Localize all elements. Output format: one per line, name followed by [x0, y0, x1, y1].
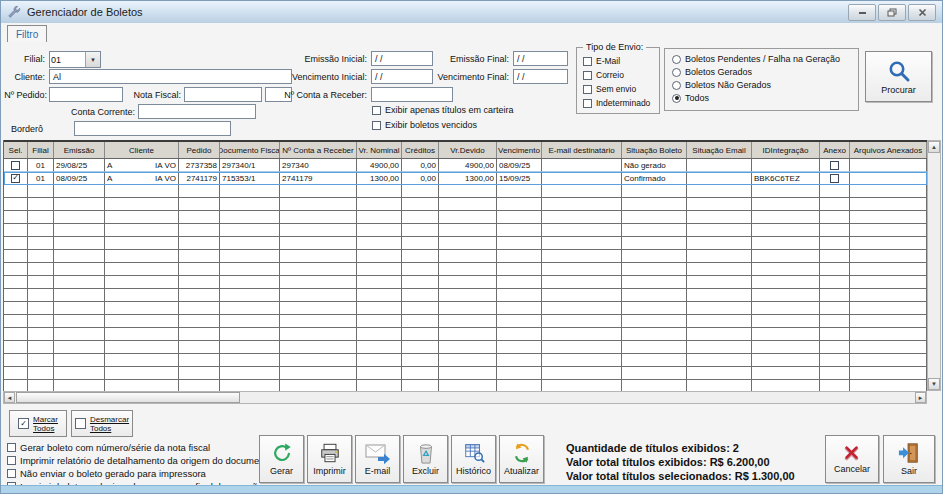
- unchecked-checkbox-icon[interactable]: [11, 161, 20, 170]
- emissao-final-input[interactable]: / /: [513, 51, 568, 66]
- cell[interactable]: [4, 159, 28, 172]
- cell: [622, 341, 687, 354]
- cliente-text-right: IA VO: [155, 161, 176, 170]
- tipo-envio-email-checkbox[interactable]: E-Mail: [583, 56, 620, 66]
- column-header[interactable]: Créditos: [402, 142, 439, 158]
- radio-icon[interactable]: [672, 81, 681, 90]
- excluir-button[interactable]: Excluir: [403, 435, 448, 483]
- column-header[interactable]: Pedido: [179, 142, 220, 158]
- column-header[interactable]: Filial: [28, 142, 54, 158]
- checkbox-icon[interactable]: [7, 443, 16, 452]
- vertical-scrollbar[interactable]: ▲ ▼: [927, 140, 941, 391]
- column-header[interactable]: Arquivos Anexados: [850, 142, 927, 158]
- option-nao-enviar-impressora-checkbox[interactable]: Não enviar o boleto gerado para impresso…: [7, 468, 206, 479]
- filial-select[interactable]: 01 ▼: [49, 51, 101, 68]
- cell: [497, 224, 542, 237]
- column-header[interactable]: Sel.: [4, 142, 28, 158]
- checkbox-icon[interactable]: [7, 469, 16, 478]
- vencimento-final-input[interactable]: / /: [513, 69, 568, 84]
- radio-boletos-nao-gerados[interactable]: Boletos Não Gerados: [672, 80, 771, 90]
- column-header[interactable]: Vr.Devido: [439, 142, 497, 158]
- restore-button[interactable]: [878, 4, 906, 21]
- email-button[interactable]: E-mail: [355, 435, 400, 483]
- radio-icon[interactable]: [672, 55, 681, 64]
- checkbox-icon[interactable]: [583, 71, 592, 80]
- exibir-vencidos-checkbox[interactable]: Exibir boletos vencidos: [372, 120, 477, 130]
- cell: [850, 250, 927, 263]
- cell: 0,00: [402, 172, 439, 185]
- cell: [687, 315, 752, 328]
- table-row[interactable]: ✓0108/09/25AIA VO2741179715353/127411791…: [4, 172, 927, 185]
- scroll-down-icon[interactable]: ▼: [928, 378, 940, 390]
- column-header[interactable]: IDIntegração: [752, 142, 820, 158]
- cancelar-button[interactable]: Cancelar: [825, 435, 879, 483]
- imprimir-button[interactable]: Imprimir: [307, 435, 352, 483]
- procurar-button[interactable]: Procurar: [865, 51, 932, 102]
- gerar-button[interactable]: Gerar: [259, 435, 304, 483]
- cliente-input[interactable]: Al: [49, 69, 292, 84]
- checkbox-icon[interactable]: [372, 121, 381, 130]
- exibir-carteira-checkbox[interactable]: Exibir apenas títulos em carteira: [372, 105, 514, 115]
- checkbox-icon[interactable]: [583, 99, 592, 108]
- emissao-inicial-input[interactable]: / /: [371, 51, 433, 66]
- checkbox-icon[interactable]: [372, 106, 381, 115]
- cell: [105, 263, 179, 276]
- table-row[interactable]: 0129/08/25AIA VO2737358297340/1297340490…: [4, 159, 927, 172]
- scroll-left-icon[interactable]: ◄: [4, 392, 15, 403]
- column-header[interactable]: E-mail destinatário: [542, 142, 622, 158]
- sair-button[interactable]: Sair: [883, 435, 935, 483]
- option-imprimir-relatorio-checkbox[interactable]: Imprimir relatório de detalhamento da or…: [7, 455, 272, 466]
- cell[interactable]: ✓: [4, 172, 28, 185]
- checkbox-icon[interactable]: [7, 456, 16, 465]
- nota-fiscal-input[interactable]: [184, 87, 262, 102]
- marcar-todos-button[interactable]: ✓ Marcar Todos: [9, 410, 67, 437]
- conta-receber-input[interactable]: [371, 87, 453, 102]
- cell: [439, 224, 497, 237]
- conta-corrente-input[interactable]: [138, 104, 256, 119]
- radio-selected-icon[interactable]: [672, 94, 681, 103]
- chevron-down-icon[interactable]: ▼: [85, 52, 100, 67]
- historico-button[interactable]: Histórico: [451, 435, 496, 483]
- radio-todos[interactable]: Todos: [672, 93, 709, 103]
- scroll-up-icon[interactable]: ▲: [928, 141, 940, 153]
- pedido-input[interactable]: [49, 87, 123, 102]
- column-header[interactable]: Vr. Nominal: [357, 142, 402, 158]
- boleto-status-group: Boletos Pendentes / Falha na Geração Bol…: [664, 48, 859, 111]
- column-header[interactable]: Nº Conta a Receber: [280, 142, 357, 158]
- column-header[interactable]: Documento Fiscal: [220, 142, 280, 158]
- scroll-right-icon[interactable]: ►: [915, 392, 926, 403]
- vencimento-inicial-input[interactable]: / /: [371, 69, 433, 84]
- unchecked-checkbox-icon[interactable]: [830, 174, 839, 183]
- table-empty-row: [4, 289, 927, 302]
- atualizar-button[interactable]: Atualizar: [499, 435, 544, 483]
- column-header[interactable]: Anexo: [820, 142, 850, 158]
- tipo-envio-indeterminado-checkbox[interactable]: Indeterminado: [583, 98, 650, 108]
- column-header[interactable]: Cliente: [105, 142, 179, 158]
- bordero-input[interactable]: [74, 121, 231, 136]
- checkbox-icon[interactable]: [583, 57, 592, 66]
- radio-boletos-pendentes[interactable]: Boletos Pendentes / Falha na Geração: [672, 54, 840, 64]
- minimize-button[interactable]: [848, 4, 876, 21]
- column-header[interactable]: Emissão: [54, 142, 105, 158]
- cell: [820, 328, 850, 341]
- cell: [820, 354, 850, 367]
- desmarcar-todos-button[interactable]: Desmarcar Todos: [71, 410, 133, 437]
- titlebar[interactable]: Gerenciador de Boletos: [1, 1, 942, 24]
- option-gerar-numero-serie-checkbox[interactable]: Gerar boleto com número/série da nota fi…: [7, 442, 210, 453]
- column-header[interactable]: Vencimento: [497, 142, 542, 158]
- horizontal-scrollbar[interactable]: ◄ ►: [3, 391, 927, 404]
- column-header[interactable]: Situação Boleto: [622, 142, 687, 158]
- tipo-envio-correio-checkbox[interactable]: Correio: [583, 70, 624, 80]
- column-header[interactable]: Situação Email: [687, 142, 752, 158]
- checkbox-icon[interactable]: [583, 85, 592, 94]
- tab-filtro[interactable]: Filtro: [7, 25, 47, 42]
- total-displayed-value: Valor total títulos exibidos: R$ 6.200,0…: [566, 455, 795, 469]
- close-button[interactable]: [908, 4, 936, 21]
- cell: [4, 198, 28, 211]
- tipo-envio-sem-envio-checkbox[interactable]: Sem envio: [583, 84, 636, 94]
- checked-checkbox-icon[interactable]: ✓: [11, 174, 20, 183]
- radio-boletos-gerados[interactable]: Boletos Gerados: [672, 67, 752, 77]
- radio-icon[interactable]: [672, 68, 681, 77]
- scrollbar-thumb[interactable]: [16, 392, 240, 403]
- unchecked-checkbox-icon[interactable]: [830, 161, 839, 170]
